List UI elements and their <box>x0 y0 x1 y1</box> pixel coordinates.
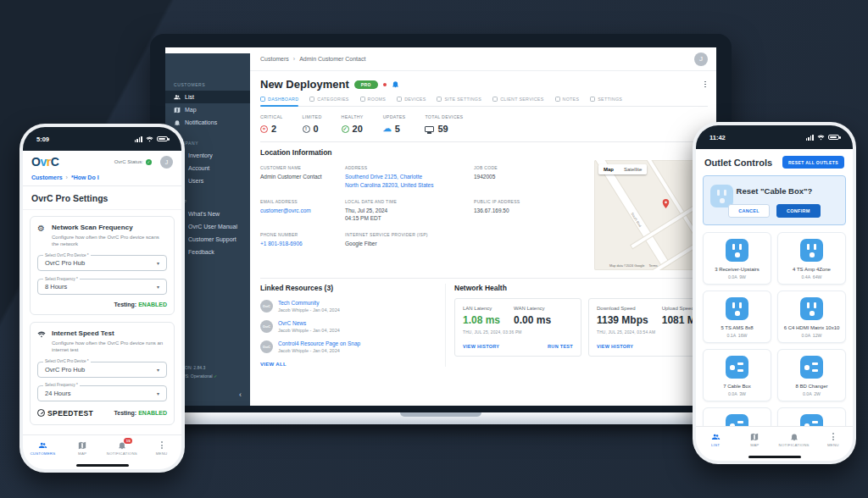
tab-settings[interactable]: SETTINGS <box>590 97 622 106</box>
list-item[interactable]: OvrC Tech Community Jacob Whipple - Jan … <box>260 300 445 313</box>
nav-customers[interactable]: CUSTOMERS <box>23 441 63 456</box>
nav-notifications[interactable]: NOTIFICATIONS <box>775 433 814 448</box>
confirm-button[interactable]: CONFIRM <box>776 204 821 218</box>
tab-notes[interactable]: NOTES <box>555 97 580 106</box>
address-link[interactable]: Southend Drive 2125, Charlotte North Car… <box>345 173 472 190</box>
phone-left-device: 5:09 OvrC OvrC Status: ✓ J Customers › *… <box>19 124 185 473</box>
email-link[interactable]: customer@ovrc.com <box>260 207 343 215</box>
map-widget[interactable]: South Blvd Map Satellite Map data ©2024 … <box>594 160 706 270</box>
outlet-tile-partial[interactable] <box>703 407 771 426</box>
nav-notifications[interactable]: 19 NOTIFICATIONS <box>103 441 142 456</box>
network-scan-card: ⚙ Network Scan Frequency Configure how o… <box>30 216 175 315</box>
breadcrumb-parent[interactable]: Customers <box>31 174 63 180</box>
frequency-select[interactable]: Select Frequency * 8 Hours ▾ <box>37 279 167 295</box>
list-item[interactable]: OvrC OvrC News Jacob Whipple - Jan 04, 2… <box>260 320 445 333</box>
breadcrumb: Customers › *How Do I <box>23 173 181 186</box>
pro-badge: PRO <box>354 80 378 89</box>
sidebar-collapse-icon[interactable]: ‹ <box>239 390 242 399</box>
outlet-tile[interactable]: 6 C4 HDMI Matrix 10x10 0.0A 12W <box>777 290 846 343</box>
people-icon <box>38 441 47 450</box>
outlet-tile[interactable]: 7 Cable Box 0.0A 3W <box>703 349 771 401</box>
bottom-nav: LIST MAP NOTIFICATIONS MENU <box>696 426 853 453</box>
outlet-tile-partial[interactable] <box>777 407 846 426</box>
reset-all-outlets-button[interactable]: RESET ALL OUTLETS <box>782 156 844 169</box>
outlet-icon <box>726 356 748 379</box>
satellite-view-button[interactable]: Satellite <box>619 164 647 174</box>
view-all-link[interactable]: VIEW ALL <box>260 362 445 367</box>
nav-menu[interactable]: MENU <box>814 433 853 447</box>
tab-icon <box>309 97 314 102</box>
select-value: 24 Hours <box>45 390 70 397</box>
nav-map[interactable]: MAP <box>63 441 103 456</box>
tab-client-services[interactable]: CLIENT SERVICES <box>492 97 543 106</box>
tab-rooms[interactable]: ROOMS <box>360 97 387 106</box>
tab-devices[interactable]: DEVICES <box>397 97 426 106</box>
outlet-tile[interactable]: 4 TS Amp 4Zone 0.4A 64W <box>777 232 846 285</box>
sidebar-item-notifications[interactable]: Notifications <box>165 116 250 129</box>
breadcrumb-current[interactable]: *How Do I <box>71 174 99 180</box>
speedtest-logo: SPEEDTEST <box>37 409 93 418</box>
sidebar-item-map[interactable]: Map <box>165 103 250 116</box>
cancel-button[interactable]: CANCEL <box>728 204 770 218</box>
sidebar-section-customers: CUSTOMERS <box>165 82 250 87</box>
overflow-menu-icon[interactable] <box>703 80 708 90</box>
field-email: EMAIL ADDRESS customer@ovrc.com <box>260 199 343 224</box>
outlet-icon <box>726 414 748 426</box>
wifi-icon <box>817 134 825 141</box>
breadcrumb: Customers › Admin Customer Contact <box>260 56 365 62</box>
outlet-tile[interactable]: 8 BD Changer 0.0A 2W <box>777 349 846 401</box>
nav-list[interactable]: LIST <box>696 433 735 448</box>
resource-link[interactable]: Control4 Resource Page on Snap <box>278 340 360 346</box>
breadcrumb-parent[interactable]: Customers <box>260 56 289 62</box>
nav-menu[interactable]: MENU <box>142 441 181 456</box>
outlet-tile[interactable]: 5 TS AMS 8x8 0.1A 16W <box>703 290 771 343</box>
device-select[interactable]: Select OvrC Pro Device * OvrC Pro Hub ▾ <box>37 362 167 378</box>
view-history-link[interactable]: VIEW HISTORY <box>463 344 499 349</box>
map-view-button[interactable]: Map <box>598 164 619 174</box>
metric-limited: LIMITED !0 <box>303 114 322 134</box>
laptop-base <box>125 412 757 424</box>
chevron-right-icon: › <box>293 56 295 62</box>
list-item[interactable]: OvrC Control4 Resource Page on Snap Jaco… <box>260 340 445 353</box>
outlet-icon <box>800 297 823 320</box>
select-value: OvrC Pro Hub <box>45 366 85 374</box>
limited-icon: ! <box>303 125 310 133</box>
marketing-canvas: { "icons": { "check": "✓", "close": "×",… <box>0 0 868 498</box>
tab-icon <box>555 97 560 102</box>
gauge-icon <box>37 409 45 417</box>
network-health-title: Network Health <box>454 284 716 292</box>
field-public-ip: PUBLIC IP ADDRESS 136.67.169.50 <box>474 199 569 224</box>
page-title: New Deployment <box>260 78 349 91</box>
resource-meta: Jacob Whipple - Jan 04, 2024 <box>278 348 360 353</box>
resource-link[interactable]: Tech Community <box>278 300 340 306</box>
select-label: Select OvrC Pro Device * <box>43 359 91 363</box>
resource-link[interactable]: OvrC News <box>278 320 340 326</box>
sidebar-item-list[interactable]: List <box>165 91 250 103</box>
testing-status: ENABLED <box>138 302 167 307</box>
cloud-icon: ☁ <box>383 125 392 133</box>
nav-map[interactable]: MAP <box>735 433 774 448</box>
outlet-tile[interactable]: 3 Receiver-Upstairs 0.0A 9W <box>703 232 771 285</box>
chevron-right-icon: › <box>66 174 68 180</box>
field-phone: PHONE NUMBER +1 801-918-6906 <box>260 232 343 248</box>
map-terms-link[interactable]: Terms <box>648 264 657 268</box>
laptop-screen: CUSTOMERS List Map Notifications COMPANY… <box>165 47 716 406</box>
laptop-topbar: Customers › Admin Customer Contact J <box>250 47 716 71</box>
phone-link[interactable]: +1 801-918-6906 <box>260 240 343 248</box>
testing-label: Testing: <box>114 302 137 307</box>
wifi-icon <box>146 136 153 142</box>
outlet-icon <box>726 239 748 262</box>
run-test-link[interactable]: RUN TEST <box>548 344 573 349</box>
tab-categories[interactable]: CATEGORIES <box>309 97 348 106</box>
avatar[interactable]: J <box>160 156 173 169</box>
tab-site-settings[interactable]: SITE SETTINGS <box>437 97 481 106</box>
tab-dashboard[interactable]: DASHBOARD <box>260 97 298 106</box>
latency-timestamp: THU, JUL 25, 2024, 03:36 PM <box>463 330 573 335</box>
device-select[interactable]: Select OvrC Pro Device * OvrC Pro Hub ▾ <box>37 255 167 271</box>
people-icon <box>711 433 721 441</box>
avatar[interactable]: J <box>694 53 708 66</box>
bell-icon[interactable] <box>392 80 399 88</box>
ovrc-resource-icon: OvrC <box>260 300 273 313</box>
frequency-select[interactable]: Select Frequency * 24 Hours ▾ <box>37 385 167 401</box>
view-history-link[interactable]: VIEW HISTORY <box>597 344 633 349</box>
